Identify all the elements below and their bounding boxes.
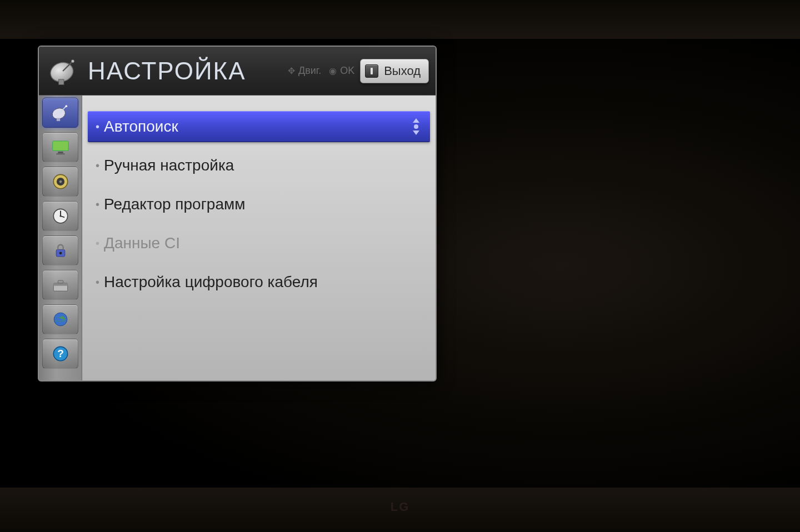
lock-icon xyxy=(50,240,71,261)
sidebar-item-time[interactable] xyxy=(42,201,78,231)
bullet-icon: • xyxy=(96,238,99,249)
settings-menu-list: • Автопоиск • Ручная настройка • Редакто… xyxy=(88,111,430,298)
svg-text:?: ? xyxy=(57,348,64,359)
ok-dot-icon: ◉ xyxy=(329,66,337,76)
svg-point-13 xyxy=(59,180,62,183)
sidebar-item-audio[interactable] xyxy=(42,167,78,197)
menu-item-label: Данные CI xyxy=(104,234,180,252)
exit-button-label: Выход xyxy=(384,64,421,78)
svg-point-19 xyxy=(59,252,62,254)
menu-item-manual-tuning[interactable]: • Ручная настройка xyxy=(88,150,430,181)
sidebar-item-picture[interactable] xyxy=(42,132,78,162)
svg-rect-21 xyxy=(53,283,67,286)
menu-item-label: Автопоиск xyxy=(104,118,178,135)
sidebar-item-lock[interactable] xyxy=(42,235,78,265)
menu-item-program-editor[interactable]: • Редактор программ xyxy=(88,189,430,220)
svg-rect-9 xyxy=(58,152,63,153)
menu-item-ci-data: • Данные CI xyxy=(88,228,430,259)
clock-icon xyxy=(50,205,71,227)
svg-rect-8 xyxy=(52,141,68,150)
menu-item-label: Редактор программ xyxy=(104,195,245,213)
settings-header: НАСТРОЙКА ✥ Двиг. ◉ OK Выход xyxy=(39,47,436,96)
remote-button-icon xyxy=(365,64,378,78)
sidebar-item-support[interactable]: ? xyxy=(42,339,78,369)
monitor-icon xyxy=(50,137,71,158)
svg-point-6 xyxy=(65,105,67,107)
tv-bezel-top xyxy=(0,0,800,39)
hint-move-label: Двиг. xyxy=(298,65,321,77)
sidebar-item-tuning[interactable] xyxy=(42,98,78,128)
updown-indicator-icon xyxy=(411,118,421,135)
exit-button[interactable]: Выход xyxy=(360,59,429,83)
bullet-icon: • xyxy=(96,199,99,210)
hint-move: ✥ Двиг. xyxy=(288,65,321,77)
satellite-dish-icon xyxy=(44,52,83,91)
settings-body: ? • Автопоиск • Ручная настройка • Редак… xyxy=(39,96,436,380)
dpad-icon: ✥ xyxy=(288,66,295,76)
category-sidebar: ? xyxy=(39,96,82,380)
svg-rect-7 xyxy=(56,118,59,122)
toolbox-icon xyxy=(50,274,71,295)
menu-item-digital-cable-setup[interactable]: • Настройка цифрового кабеля xyxy=(88,267,430,298)
settings-window: НАСТРОЙКА ✥ Двиг. ◉ OK Выход xyxy=(38,46,437,382)
header-hints: ✥ Двиг. ◉ OK xyxy=(288,65,354,77)
hint-ok: ◉ OK xyxy=(329,65,354,77)
svg-point-2 xyxy=(71,59,74,63)
menu-item-label: Ручная настройка xyxy=(104,157,234,174)
speaker-icon xyxy=(50,171,71,192)
menu-item-label: Настройка цифрового кабеля xyxy=(104,273,318,291)
menu-item-autosearch[interactable]: • Автопоиск xyxy=(88,111,430,142)
bullet-icon: • xyxy=(96,121,99,132)
sidebar-item-network[interactable] xyxy=(42,304,78,334)
globe-icon xyxy=(50,309,71,330)
bullet-icon: • xyxy=(96,160,99,171)
satellite-dish-icon xyxy=(50,102,71,123)
svg-rect-22 xyxy=(58,280,63,283)
sidebar-item-option[interactable] xyxy=(42,270,78,300)
bullet-icon: • xyxy=(96,277,99,288)
svg-rect-3 xyxy=(59,79,64,84)
settings-title: НАСТРОЙКА xyxy=(88,57,246,85)
settings-content: • Автопоиск • Ручная настройка • Редакто… xyxy=(82,96,436,380)
tv-brand-logo: LG xyxy=(391,500,410,514)
svg-rect-10 xyxy=(56,153,65,154)
hint-ok-label: OK xyxy=(340,65,354,77)
help-icon: ? xyxy=(50,343,71,364)
svg-point-17 xyxy=(59,215,61,217)
